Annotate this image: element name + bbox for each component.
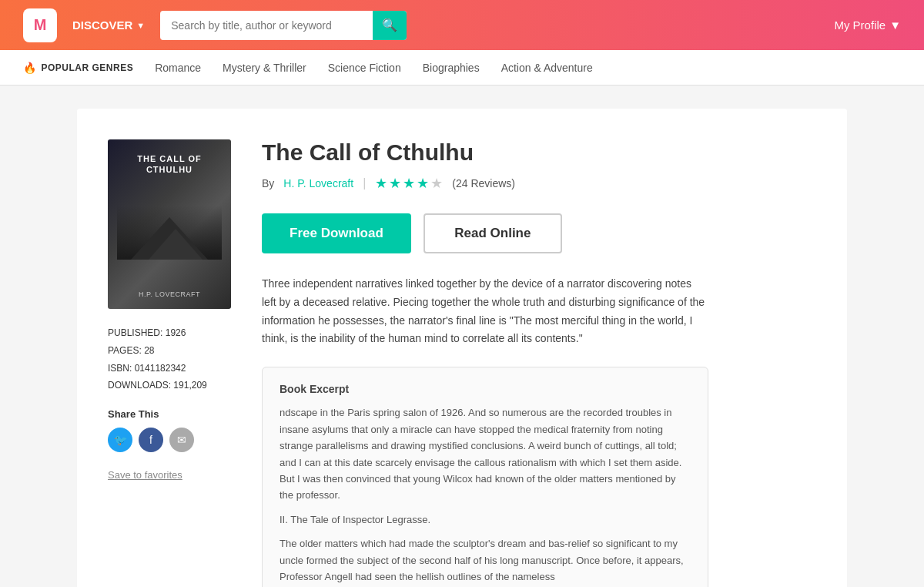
downloads-row: DOWNLOADS: 191,209 xyxy=(108,377,231,394)
cover-title: THE CALL OF CTHULHU xyxy=(117,153,222,176)
review-count: (24 Reviews) xyxy=(452,177,515,190)
logo[interactable]: M xyxy=(23,8,57,42)
share-icons: 🐦 f ✉ xyxy=(108,428,231,452)
book-cover: THE CALL OF CTHULHU H.P. LOVECRAFT xyxy=(108,139,231,309)
header: M DISCOVER ▼ 🔍 My Profile ▼ xyxy=(0,0,924,50)
twitter-share-button[interactable]: 🐦 xyxy=(108,428,132,452)
share-label: Share This xyxy=(108,408,231,420)
discover-button[interactable]: DISCOVER ▼ xyxy=(72,18,145,32)
star-4: ★ xyxy=(417,175,429,192)
excerpt-title: Book Excerpt xyxy=(280,383,691,395)
search-input[interactable] xyxy=(160,19,373,32)
book-title: The Call of Cthulhu xyxy=(262,139,816,166)
author-link[interactable]: H. P. Lovecraft xyxy=(283,177,353,190)
star-1: ★ xyxy=(375,175,387,192)
email-share-button[interactable]: ✉ xyxy=(169,428,194,452)
left-sidebar: THE CALL OF CTHULHU H.P. LOVECRAFT PUBLI… xyxy=(108,139,231,587)
discover-arrow-icon: ▼ xyxy=(136,21,145,30)
facebook-share-button[interactable]: f xyxy=(139,428,163,452)
cover-mountain-graphic xyxy=(117,206,222,260)
search-icon: 🔍 xyxy=(382,18,397,32)
genre-mystery[interactable]: Mystery & Thriller xyxy=(223,62,306,74)
excerpt-box: Book Excerpt ndscape in the Paris spring… xyxy=(262,367,708,587)
genre-romance[interactable]: Romance xyxy=(155,62,201,74)
isbn-row: ISBN: 0141182342 xyxy=(108,360,231,377)
excerpt-text-1: ndscape in the Paris spring salon of 192… xyxy=(280,404,691,504)
genre-biographies[interactable]: Biographies xyxy=(423,62,480,74)
star-5: ★ xyxy=(430,175,443,192)
cover-author: H.P. LOVECRAFT xyxy=(139,290,200,298)
search-bar: 🔍 xyxy=(160,11,407,40)
author-rating-row: By H. P. Lovecraft | ★ ★ ★ ★ ★ (24 Revie… xyxy=(262,175,816,192)
free-download-button[interactable]: Free Download xyxy=(262,213,411,253)
header-left: M DISCOVER ▼ 🔍 xyxy=(23,8,407,42)
book-description: Three independent narratives linked toge… xyxy=(262,275,708,348)
book-meta: PUBLISHED: 1926 PAGES: 28 ISBN: 01411823… xyxy=(108,324,231,394)
divider: | xyxy=(363,176,366,190)
read-online-button[interactable]: Read Online xyxy=(424,213,562,253)
genres-nav: 🔥 POPULAR GENRES Romance Mystery & Thril… xyxy=(0,50,924,86)
genre-action[interactable]: Action & Adventure xyxy=(501,62,593,74)
action-buttons: Free Download Read Online xyxy=(262,213,816,253)
published-row: PUBLISHED: 1926 xyxy=(108,324,231,342)
main-content: THE CALL OF CTHULHU H.P. LOVECRAFT PUBLI… xyxy=(77,109,847,587)
star-3: ★ xyxy=(403,175,415,192)
by-label: By xyxy=(262,177,274,190)
excerpt-subtitle: II. The Tale of Inspector Legrasse. xyxy=(280,512,691,528)
popular-genres-label: 🔥 POPULAR GENRES xyxy=(23,62,133,74)
right-content: The Call of Cthulhu By H. P. Lovecraft |… xyxy=(262,139,816,587)
flame-icon: 🔥 xyxy=(23,62,37,74)
save-favorites-link[interactable]: Save to favorites xyxy=(108,469,231,481)
star-rating: ★ ★ ★ ★ ★ xyxy=(375,175,443,192)
star-2: ★ xyxy=(389,175,401,192)
pages-row: PAGES: 28 xyxy=(108,342,231,360)
profile-arrow-icon: ▼ xyxy=(889,18,901,32)
share-section: Share This 🐦 f ✉ xyxy=(108,408,231,452)
genre-scifi[interactable]: Science Fiction xyxy=(328,62,401,74)
excerpt-text-3: The older matters which had made the scu… xyxy=(280,535,691,585)
search-button[interactable]: 🔍 xyxy=(373,11,407,40)
my-profile-button[interactable]: My Profile ▼ xyxy=(834,18,901,32)
